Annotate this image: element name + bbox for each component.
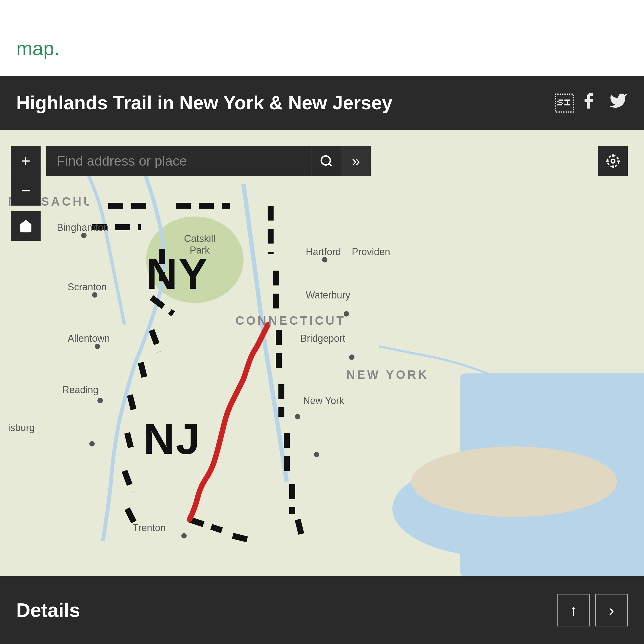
upload-icon: ↑ bbox=[570, 602, 577, 619]
zoom-in-button[interactable]: + bbox=[11, 146, 41, 176]
svg-point-6 bbox=[92, 292, 97, 298]
search-bar: » bbox=[46, 146, 371, 176]
svg-point-10 bbox=[322, 257, 327, 262]
top-text-content: map. bbox=[16, 37, 60, 60]
locate-icon bbox=[606, 154, 620, 169]
waterbury-label: Waterbury bbox=[306, 290, 350, 301]
svg-point-12 bbox=[349, 354, 354, 360]
hartford-label: Hartford bbox=[306, 246, 341, 258]
home-button[interactable] bbox=[11, 211, 41, 241]
svg-line-17 bbox=[329, 164, 331, 166]
map-svg bbox=[0, 130, 644, 576]
svg-point-13 bbox=[295, 414, 300, 419]
upload-button[interactable]: ↑ bbox=[557, 594, 590, 626]
map-container: Binghamton Scranton Allentown Reading is… bbox=[0, 130, 644, 576]
bottom-bar: Details ↑ › bbox=[0, 576, 644, 644]
new-york-city-label: New York bbox=[303, 395, 344, 406]
svg-point-18 bbox=[611, 159, 615, 163]
search-input[interactable] bbox=[46, 146, 311, 176]
new-york-state-label: NEW YORK bbox=[346, 368, 429, 382]
binghamton-label: Binghamton bbox=[57, 222, 109, 233]
search-button[interactable] bbox=[311, 146, 341, 176]
svg-point-9 bbox=[89, 441, 95, 446]
connecticut-label: CONNECTICUT bbox=[235, 314, 346, 327]
ny-state-label: NY bbox=[146, 249, 208, 299]
map-controls: + − bbox=[11, 146, 41, 241]
svg-point-19 bbox=[607, 155, 618, 166]
arrow-right-icon: › bbox=[609, 601, 614, 620]
reading-label: Reading bbox=[62, 384, 98, 396]
page-title: Highlands Trail in New York & New Jersey bbox=[16, 92, 544, 114]
zoom-out-button[interactable]: − bbox=[11, 176, 41, 206]
header-bar: Highlands Trail in New York & New Jersey… bbox=[0, 76, 644, 130]
svg-point-5 bbox=[81, 233, 87, 238]
plus-icon: + bbox=[21, 152, 30, 170]
chevron-right-icon: » bbox=[352, 152, 360, 170]
svg-point-14 bbox=[314, 452, 319, 457]
svg-point-16 bbox=[321, 156, 330, 165]
details-label: Details bbox=[16, 599, 80, 621]
nj-state-label: NJ bbox=[143, 414, 201, 464]
scranton-label: Scranton bbox=[68, 281, 107, 293]
search-icon bbox=[320, 154, 333, 168]
svg-point-8 bbox=[97, 398, 103, 403]
minus-icon: − bbox=[21, 181, 30, 200]
svg-point-7 bbox=[95, 344, 100, 349]
bridgeport-label: Bridgeport bbox=[300, 333, 345, 344]
allentown-label: Allentown bbox=[68, 333, 110, 344]
providence-label: Providen bbox=[352, 246, 390, 258]
bottom-actions: ↑ › bbox=[557, 594, 628, 626]
svg-point-15 bbox=[181, 533, 187, 538]
facebook-icon[interactable]:  bbox=[555, 91, 598, 114]
top-partial-text: map. bbox=[0, 0, 644, 76]
home-icon bbox=[18, 219, 33, 234]
search-expand-button[interactable]: » bbox=[341, 146, 371, 176]
app-container: Highlands Trail in New York & New Jersey… bbox=[0, 76, 644, 644]
next-button[interactable]: › bbox=[595, 594, 628, 626]
harrisburg-label: isburg bbox=[8, 422, 35, 433]
trenton-label: Trenton bbox=[133, 522, 166, 534]
twitter-icon[interactable] bbox=[609, 91, 628, 114]
locate-button[interactable] bbox=[598, 146, 628, 176]
svg-point-3 bbox=[411, 446, 617, 517]
